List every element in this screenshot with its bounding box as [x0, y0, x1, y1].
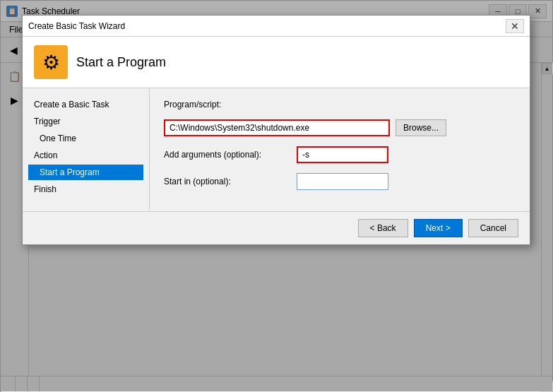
nav-finish[interactable]: Finish: [28, 182, 143, 197]
next-button[interactable]: Next >: [414, 219, 463, 237]
create-task-dialog: Create Basic Task Wizard ✕ ⚙ Start a Pro…: [22, 15, 530, 245]
nav-trigger[interactable]: Trigger: [28, 114, 143, 129]
program-row: Program/script:: [164, 100, 516, 109]
dialog-header-icon: ⚙: [34, 45, 68, 79]
gear-icon: ⚙: [42, 51, 60, 74]
nav-one-time[interactable]: One Time: [28, 131, 143, 146]
browse-button[interactable]: Browse...: [396, 119, 446, 136]
dialog-body: Create a Basic Task Trigger One Time Act…: [23, 88, 530, 211]
program-input-row: Browse...: [164, 119, 516, 136]
dialog-title: Create Basic Task Wizard: [28, 21, 501, 31]
dialog-overlay: Create Basic Task Wizard ✕ ⚙ Start a Pro…: [1, 1, 552, 391]
dialog-footer: < Back Next > Cancel: [23, 211, 530, 244]
args-row: Add arguments (optional):: [164, 146, 516, 163]
nav-create-basic-task[interactable]: Create a Basic Task: [28, 97, 143, 112]
task-scheduler-window: 📋 Task Scheduler ─ □ ✕ File ◀ ▶ 📋 ▶ ▲: [0, 0, 553, 392]
program-input[interactable]: [164, 119, 390, 136]
form-panel: Program/script: Browse... Add arguments …: [150, 88, 530, 211]
program-label: Program/script:: [164, 100, 291, 109]
nav-panel: Create a Basic Task Trigger One Time Act…: [23, 88, 150, 211]
cancel-button[interactable]: Cancel: [468, 219, 518, 237]
startin-row: Start in (optional):: [164, 173, 516, 190]
back-button[interactable]: < Back: [358, 219, 408, 237]
dialog-close-button[interactable]: ✕: [506, 19, 524, 33]
dialog-header: ⚙ Start a Program: [23, 37, 530, 88]
args-label: Add arguments (optional):: [164, 150, 291, 160]
nav-start-program[interactable]: Start a Program: [28, 165, 143, 180]
startin-label: Start in (optional):: [164, 177, 291, 186]
dialog-header-title: Start a Program: [76, 55, 166, 70]
startin-input[interactable]: [297, 173, 388, 190]
dialog-title-bar: Create Basic Task Wizard ✕: [23, 16, 530, 37]
nav-action[interactable]: Action: [28, 148, 143, 163]
args-input[interactable]: [297, 146, 388, 163]
